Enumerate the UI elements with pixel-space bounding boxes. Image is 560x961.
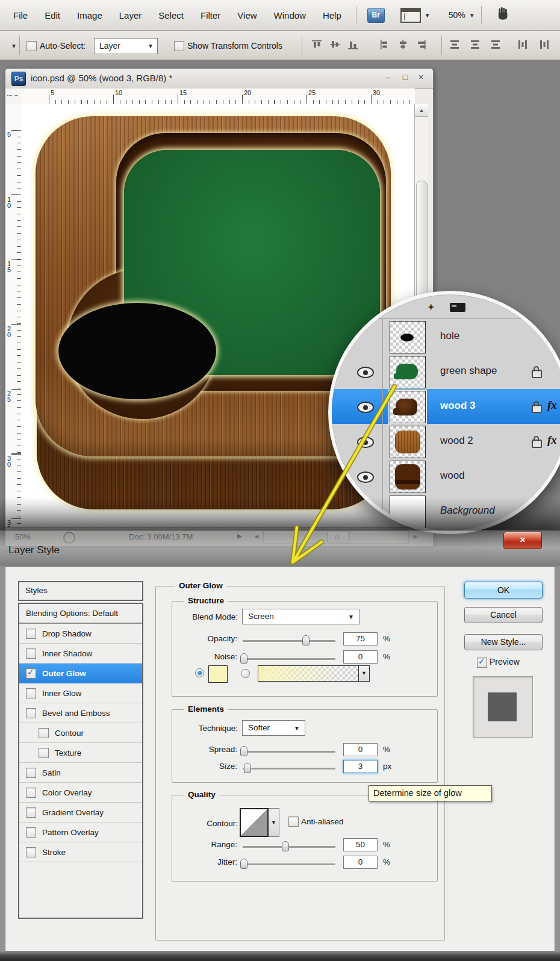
style-item-blending-options-default[interactable]: Blending Options: Default [19,604,142,624]
spread-slider[interactable] [243,751,335,753]
glow-color-swatch[interactable] [208,665,228,683]
style-checkbox[interactable] [26,708,36,718]
opacity-slider-thumb[interactable] [302,635,310,645]
menu-window[interactable]: Window [266,7,314,24]
opacity-value-input[interactable]: 75 [343,632,378,645]
style-item-gradient-overlay[interactable]: Gradient Overlay [19,803,142,823]
layer-thumbnail[interactable] [390,356,426,388]
noise-slider[interactable] [243,658,335,660]
glow-color-radio[interactable] [195,668,204,677]
distribute-bottom-edges-icon[interactable] [490,39,504,52]
style-item-outer-glow[interactable]: Outer Glow [19,664,142,683]
auto-select-checkbox[interactable] [26,41,37,51]
minimize-button[interactable]: – [381,72,396,84]
jitter-slider[interactable] [243,863,335,865]
eye-icon[interactable] [357,471,374,483]
jitter-slider-thumb[interactable] [240,859,247,869]
menu-image[interactable]: Image [69,7,111,24]
technique-dropdown[interactable]: Softer ▼ [242,720,305,736]
chevron-down-icon[interactable]: ▼ [358,666,369,681]
align-vertical-centers-icon[interactable] [329,39,343,52]
dialog-close-button[interactable]: × [503,532,542,549]
layer-row-wood-3[interactable]: wood 3fx▼ [332,389,560,425]
align-top-edges-icon[interactable] [311,39,325,52]
size-slider[interactable] [243,768,335,770]
distribute-horizontal-centers-icon[interactable] [538,39,553,52]
style-checkbox[interactable] [26,827,36,838]
opacity-slider[interactable] [243,640,335,642]
bridge-button[interactable]: Br [367,8,385,23]
layer-thumbnail[interactable] [390,426,426,458]
preview-checkbox[interactable] [477,658,487,668]
scroll-up-icon[interactable]: ▲ [415,104,428,117]
range-slider-thumb[interactable] [282,841,289,851]
spread-value-input[interactable]: 0 [343,743,378,756]
glow-gradient-bar[interactable]: ▼ [258,665,370,682]
layer-thumbnail[interactable] [390,321,426,353]
menu-select[interactable]: Select [150,7,192,24]
show-transform-controls-checkbox[interactable] [174,41,184,51]
anti-aliased-checkbox[interactable] [288,816,299,827]
eye-icon[interactable] [357,402,374,413]
workspace-layout-icon[interactable] [400,8,421,23]
menu-layer[interactable]: Layer [111,7,151,24]
hand-tool-icon[interactable] [496,7,509,23]
tool-preset-chevron-icon[interactable]: ▼ [11,43,17,49]
visibility-cell[interactable] [347,424,383,459]
style-checkbox[interactable] [39,728,49,738]
style-checkbox[interactable] [26,788,36,798]
style-item-color-overlay[interactable]: Color Overlay [19,783,142,803]
jitter-value-input[interactable]: 0 [343,856,378,869]
spread-slider-thumb[interactable] [240,746,247,756]
layer-row-wood-2[interactable]: wood 2fx▼ [332,424,560,459]
document-title-bar[interactable]: Ps icon.psd @ 50% (wood 3, RGB/8) * – □ … [5,69,433,89]
layer-row-hole[interactable]: hole [332,319,560,355]
align-bottom-edges-icon[interactable] [347,39,361,52]
range-value-input[interactable]: 50 [343,838,378,851]
size-slider-thumb[interactable] [244,763,251,773]
auto-select-target-dropdown[interactable]: Layer ▼ [94,38,158,54]
menu-file[interactable]: File [5,7,36,24]
contour-swatch[interactable] [240,808,269,837]
align-right-edges-icon[interactable] [415,39,429,52]
new-style-button[interactable]: New Style... [464,634,543,650]
distribute-vertical-centers-icon[interactable] [469,39,484,52]
maximize-button[interactable]: □ [398,72,412,84]
layer-thumbnail[interactable] [390,391,426,423]
eye-icon[interactable] [357,437,374,448]
align-horizontal-centers-icon[interactable] [397,39,411,52]
layer-effects-icon[interactable]: fx [547,399,557,412]
style-checkbox[interactable] [26,688,36,698]
menu-view[interactable]: View [229,7,265,24]
style-item-bevel-and-emboss[interactable]: Bevel and Emboss [19,703,142,723]
ok-button[interactable]: OK [464,582,543,599]
blend-mode-dropdown[interactable]: Screen ▼ [242,609,359,624]
range-slider[interactable] [243,846,335,848]
dialog-title-bar[interactable]: Layer Style × [0,530,560,566]
style-checkbox[interactable] [26,807,36,818]
align-left-edges-icon[interactable] [379,39,393,52]
layer-row-wood[interactable]: wood [332,459,560,494]
contour-picker-arrow-icon[interactable]: ▼ [269,808,279,837]
noise-value-input[interactable]: 0 [343,650,378,664]
close-button[interactable]: × [414,72,428,84]
cancel-button[interactable]: Cancel [464,607,543,623]
zoom-level[interactable]: 50% [449,10,465,20]
noise-slider-thumb[interactable] [240,653,247,664]
style-checkbox[interactable] [26,668,36,679]
chevron-down-icon[interactable]: ▼ [425,12,431,19]
menu-edit[interactable]: Edit [36,7,69,24]
glow-gradient-radio[interactable] [241,669,250,678]
distribute-top-edges-icon[interactable] [449,39,463,52]
size-value-input[interactable]: 3 [343,760,378,773]
chevron-down-icon[interactable]: ▼ [469,12,475,19]
menu-filter[interactable]: Filter [192,7,229,24]
style-item-contour[interactable]: Contour [19,723,142,743]
visibility-cell[interactable] [347,354,383,389]
layer-thumbnail[interactable] [390,461,426,493]
layer-row-green-shape[interactable]: green shape [332,354,560,390]
visibility-cell[interactable] [347,389,383,424]
menu-help[interactable]: Help [314,7,350,24]
eye-icon[interactable] [357,367,374,378]
distribute-left-edges-icon[interactable] [517,39,531,52]
